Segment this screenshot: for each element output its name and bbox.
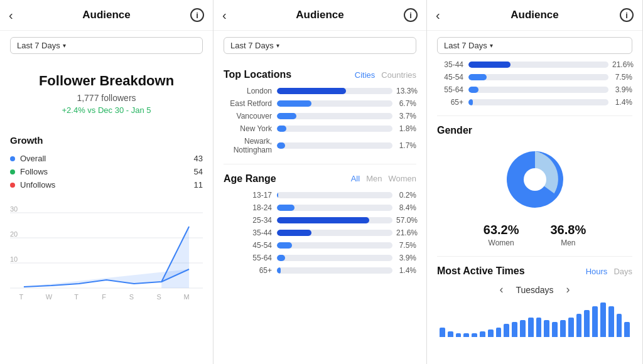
divider-3 <box>437 256 632 257</box>
tab-all[interactable]: All <box>351 174 360 183</box>
most-active-header: Most Active Times Hours Days <box>437 265 632 277</box>
header-3: ‹ Audience i <box>427 0 642 31</box>
gender-section: Gender 63.2% <box>437 125 632 247</box>
location-bar-newark: Newark, Nottingham 1.7% <box>224 137 416 155</box>
svg-text:30: 30 <box>10 205 18 213</box>
age-bar-25: 25-34 57.0% <box>224 216 416 225</box>
growth-chart: 30 20 10 T W T F S S M <box>10 200 203 301</box>
dot-unfollows <box>10 183 15 188</box>
tab-days[interactable]: Days <box>613 267 632 276</box>
chevron-down-icon-2: ▾ <box>276 42 279 49</box>
dot-follows <box>10 169 15 174</box>
top-locations-header: Top Locations Cities Countries <box>224 69 416 80</box>
time-tabs: Hours Days <box>586 267 632 276</box>
svg-text:T: T <box>19 293 24 301</box>
follower-count: 1,777 followers <box>10 93 203 103</box>
tab-countries[interactable]: Countries <box>381 70 416 80</box>
tab-hours[interactable]: Hours <box>586 267 608 276</box>
location-tabs: Cities Countries <box>355 70 416 80</box>
location-bar-eastretford: East Retford 6.7% <box>224 99 416 108</box>
gender-title: Gender <box>437 125 632 136</box>
header-1: ‹ Audience i <box>0 0 213 31</box>
age-bar-18: 18-24 8.4% <box>224 203 416 212</box>
hour-bar-5 <box>480 331 485 337</box>
top-locations-title: Top Locations <box>224 69 291 80</box>
info-icon-1[interactable]: i <box>190 8 204 22</box>
svg-text:10: 10 <box>10 255 18 263</box>
next-day-arrow[interactable]: › <box>566 283 570 296</box>
age-bar-35: 35-44 21.6% <box>224 228 416 237</box>
hour-bar-17 <box>576 314 582 337</box>
hour-bar-19 <box>592 306 598 337</box>
panel-title-2: Audience <box>296 9 344 21</box>
hour-bar-8 <box>504 324 509 337</box>
hour-bar-11 <box>528 318 534 337</box>
pie-svg <box>500 145 570 214</box>
men-label: Men <box>551 238 586 247</box>
age-range-title: Age Range <box>224 173 276 185</box>
tab-women[interactable]: Women <box>388 174 416 183</box>
panel-content-2: Top Locations Cities Countries London 13… <box>213 60 426 364</box>
follower-change: +2.4% vs Dec 30 - Jan 5 <box>10 105 203 115</box>
hour-bar-10 <box>520 320 526 338</box>
chevron-down-icon-3: ▾ <box>490 42 493 49</box>
growth-title: Growth <box>10 135 203 146</box>
age-tabs: All Men Women <box>351 174 416 183</box>
dropdown-1[interactable]: Last 7 Days ▾ <box>10 37 203 54</box>
info-icon-2[interactable]: i <box>404 8 418 22</box>
follower-breakdown: Follower Breakdown 1,777 followers +2.4%… <box>10 60 203 125</box>
age-bar-13: 13-17 0.2% <box>224 191 416 200</box>
panel-1: ‹ Audience i Last 7 Days ▾ Follower Brea… <box>0 0 213 364</box>
info-icon-3[interactable]: i <box>620 8 634 22</box>
location-bar-vancouver: Vancouver 3.7% <box>224 112 416 120</box>
day-nav: ‹ Tuesdays › <box>437 283 632 296</box>
gender-chart: 63.2% Women 36.8% Men <box>437 145 632 247</box>
hour-bar-6 <box>488 329 494 337</box>
divider-2 <box>437 115 632 116</box>
svg-point-17 <box>524 168 546 191</box>
panel-content-3: 35-44 21.6% 45-54 7.5% 55-64 3.9% 65+ 1.… <box>427 60 642 364</box>
women-label: Women <box>484 238 519 247</box>
tab-men[interactable]: Men <box>366 174 382 183</box>
hour-bar-9 <box>512 322 517 337</box>
hour-bar-16 <box>568 318 574 337</box>
prev-day-arrow[interactable]: ‹ <box>499 283 503 296</box>
women-pct: 63.2% <box>484 223 519 237</box>
svg-marker-8 <box>161 227 189 288</box>
age-bar-55: 55-64 3.9% <box>224 254 416 262</box>
divider-1 <box>224 164 416 164</box>
panel-2: ‹ Audience i Last 7 Days ▾ Top Locations… <box>213 0 427 364</box>
dropdown-3[interactable]: Last 7 Days ▾ <box>437 37 632 54</box>
hour-bar-21 <box>608 306 614 337</box>
age-bar-55-p3: 55-64 3.9% <box>437 85 632 94</box>
chevron-down-icon-1: ▾ <box>63 42 66 49</box>
dropdown-2[interactable]: Last 7 Days ▾ <box>224 37 416 54</box>
breakdown-title: Follower Breakdown <box>10 73 203 89</box>
age-bar-65-p3: 65+ 1.4% <box>437 98 632 107</box>
growth-unfollows: Unfollows 11 <box>10 178 203 191</box>
hour-bar-4 <box>472 333 477 337</box>
age-bar-45: 45-54 7.5% <box>224 241 416 250</box>
header-2: ‹ Audience i <box>213 0 426 31</box>
pie-chart <box>500 145 570 214</box>
growth-section: Growth Overall 43 Follows 54 Unfollows <box>10 135 203 191</box>
tab-cities[interactable]: Cities <box>355 70 376 80</box>
svg-text:S: S <box>157 293 161 301</box>
hour-bar-3 <box>463 333 469 337</box>
age-bar-35-p3: 35-44 21.6% <box>437 60 632 69</box>
hour-bar-1 <box>448 331 453 337</box>
location-bar-london: London 13.3% <box>224 87 416 95</box>
active-day: Tuesdays <box>516 285 553 295</box>
hour-bar-18 <box>584 310 590 337</box>
back-icon-2[interactable]: ‹ <box>222 8 227 23</box>
panel-title-3: Audience <box>511 9 559 21</box>
men-pct: 36.8% <box>551 223 586 237</box>
hour-bar-14 <box>552 322 558 337</box>
svg-text:S: S <box>129 293 134 301</box>
back-icon-1[interactable]: ‹ <box>9 8 13 23</box>
svg-text:W: W <box>46 293 53 301</box>
age-range-header: Age Range All Men Women <box>224 173 416 185</box>
growth-follows: Follows 54 <box>10 165 203 178</box>
back-icon-3[interactable]: ‹ <box>436 8 440 23</box>
hours-bar-chart <box>437 302 632 337</box>
